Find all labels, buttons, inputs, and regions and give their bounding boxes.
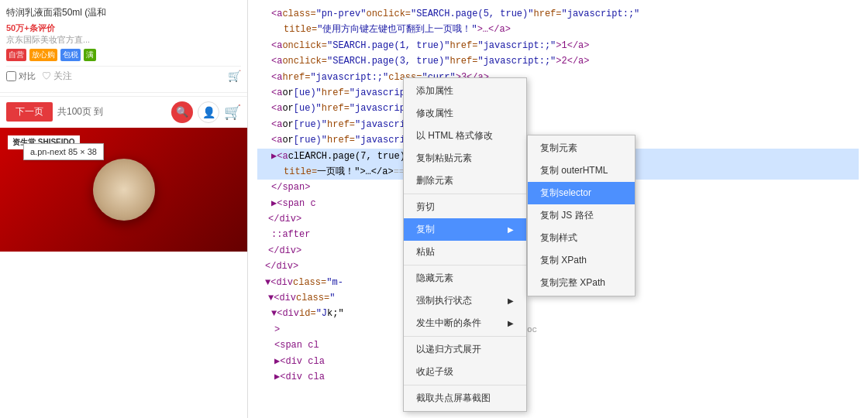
code-line-8: <a or [rue)" href="javascript:;">6</a> [257,117,859,132]
code-line-1: <a class="pn-prev" onclick="SEARCH.page(… [257,6,859,22]
tag-row: 自营 放心购 包税 满 [6,49,241,61]
cart-badge-icon[interactable]: 🛒 [224,104,241,121]
submenu-arrow: ▶ [508,225,514,234]
code-line-24: ▶<div cla [257,369,859,385]
menu-item-edit-attr[interactable]: 修改属性 [404,102,526,125]
menu-item-collapse-children[interactable]: 收起子级 [404,361,526,383]
code-line-5: <a href="javascript:;" class="curr">3</a… [257,70,859,85]
context-menu: 添加属性 修改属性 以 HTML 格式修改 复制粘贴元素 删除元素 剪切 复制 … [403,77,527,412]
code-line-7: <a or [ue)" href="javascript:;">5</a> [257,101,859,116]
menu-item-cut[interactable]: 剪切 [404,196,526,218]
submenu-arrow-3: ▶ [508,319,514,327]
devtools-panel: <a class="pn-prev" onclick="SEARCH.page(… [248,0,868,418]
menu-separator-4 [404,385,526,385]
menu-item-duplicate[interactable]: 复制粘贴元素 [404,147,526,170]
menu-item-add-attr[interactable]: 添加属性 [404,80,526,102]
search-icon-button[interactable]: 🔍 [171,101,193,123]
tag-promo: 满 [84,49,96,61]
submenu-item-copy-full-xpath[interactable]: 复制完整 XPath [528,272,635,294]
left-panel: 特润乳液面霜50ml (温和 50万+条评价 京东国际美妆官方直... 自营 放… [0,0,248,418]
code-line-20: ▼<div id="J k;" [257,306,859,321]
page-info: 共100页 到 [57,105,103,118]
submenu-item-copy-element[interactable]: 复制元素 [528,137,635,159]
tag-trusted: 放心购 [29,49,57,61]
review-count: 50万+条评价 [6,22,241,34]
submenu-item-copy-jspath[interactable]: 复制 JS 路径 [528,204,635,227]
submenu-item-copy-xpath[interactable]: 复制 XPath [528,249,635,272]
store-link: 京东国际美妆官方直... [6,34,241,46]
menu-separator-2 [404,265,526,266]
cart-icon[interactable]: 🛒 [228,70,241,82]
menu-item-break-on[interactable]: 发生中断的条件 ▶ [404,312,526,334]
user-icon-button[interactable]: 👤 [198,101,219,123]
product-cream-image [93,159,155,221]
menu-item-edit-html[interactable]: 以 HTML 格式修改 [404,125,526,147]
heart-icon[interactable]: ♡ 关注 [42,70,72,83]
menu-item-screenshot[interactable]: 截取共点屏幕截图 [404,387,526,409]
submenu-item-copy-styles[interactable]: 复制样式 [528,227,635,249]
submenu-item-copy-outerhtml[interactable]: 复制 outerHTML [528,159,635,182]
menu-item-expand-recursive[interactable]: 以递归方式展开 [404,338,526,361]
menu-separator-1 [404,194,526,194]
tag-tax: 包税 [60,49,81,61]
code-line-6: <a or [ue)" href="javascript:;">4</a> [257,85,859,101]
submenu-item-copy-selector[interactable]: 复制selector [528,182,635,204]
code-line-22: <span cl [257,337,859,353]
code-line-3: <a onclick="SEARCH.page(1, true)" href="… [257,38,859,53]
product-name: 特润乳液面霜50ml (温和 [6,6,241,19]
copy-submenu: 复制元素 复制 outerHTML 复制selector 复制 JS 路径 复制… [527,135,636,296]
compare-checkbox-input[interactable] [6,71,16,81]
product-item-1: 特润乳液面霜50ml (温和 50万+条评价 京东国际美妆官方直... 自营 放… [0,0,247,93]
menu-item-hide[interactable]: 隐藏元素 [404,267,526,290]
menu-item-delete[interactable]: 删除元素 [404,170,526,192]
pagination-bar: 下一页 共100页 到 🔍 👤 🛒 [0,96,247,128]
menu-item-copy[interactable]: 复制 ▶ [404,218,526,241]
next-page-button[interactable]: 下一页 [6,102,53,122]
menu-item-paste[interactable]: 粘贴 [404,241,526,263]
code-line-4: <a onclick="SEARCH.page(3, true)" href="… [257,53,859,69]
tag-self-operated: 自营 [6,49,26,61]
element-tooltip: a.pn-next 85 × 38 [23,143,104,160]
action-row: 对比 ♡ 关注 🛒 [6,66,241,86]
compare-checkbox[interactable]: 对比 [6,70,36,82]
submenu-arrow-2: ▶ [508,296,514,305]
code-line-23: ▶<div cla [257,354,859,369]
menu-item-force-state[interactable]: 强制执行状态 ▶ [404,290,526,312]
code-line-2: title="使用方向键左键也可翻到上一页哦！">…</a> [257,22,859,37]
code-line-21: > style="display: bloc [257,322,859,337]
menu-separator-3 [404,336,526,337]
